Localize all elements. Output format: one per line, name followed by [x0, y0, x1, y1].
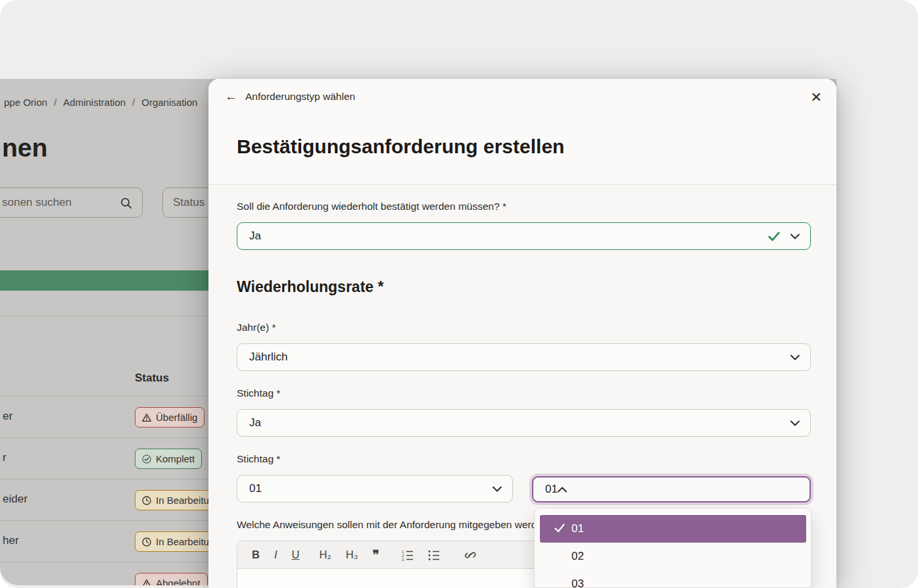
- person-name: r: [3, 451, 7, 464]
- close-icon[interactable]: ✕: [810, 89, 822, 105]
- deadline2-day-select[interactable]: 01: [237, 475, 513, 502]
- chevron-down-icon: [790, 355, 800, 360]
- search-input[interactable]: sonen suchen: [0, 187, 143, 218]
- link-button[interactable]: [464, 549, 476, 561]
- option-label: 01: [571, 522, 584, 535]
- years-value: Jährlich: [249, 351, 288, 364]
- check-seal-icon: [141, 454, 152, 464]
- deadline1-label: Stichtag *: [237, 387, 280, 399]
- years-select[interactable]: Jährlich: [237, 343, 811, 371]
- link-icon: [464, 549, 476, 561]
- page-title: nen: [2, 134, 47, 162]
- back-arrow-icon: ←: [225, 90, 237, 103]
- back-button[interactable]: ← Anforderungstyp wählen: [225, 90, 355, 103]
- dropdown-option[interactable]: 02: [540, 543, 806, 570]
- warning-icon: [141, 578, 152, 586]
- deadline2-label: Stichtag *: [237, 453, 280, 465]
- repeat-question-value: Ja: [249, 230, 261, 243]
- breadcrumb-item[interactable]: ppe Orion: [4, 97, 47, 108]
- status-column-header: Status: [135, 372, 169, 385]
- breadcrumb: ppe Orion / Administration / Organisatio…: [4, 97, 197, 108]
- deadline1-value: Ja: [249, 416, 261, 429]
- chevron-up-icon: [558, 487, 567, 493]
- option-label: 03: [571, 577, 584, 588]
- combobox-value: 01: [545, 483, 558, 496]
- valid-check-icon: [767, 229, 781, 243]
- back-button-label: Anforderungstyp wählen: [245, 91, 355, 103]
- deadline2-day-value: 01: [249, 482, 262, 495]
- years-label: Jahr(e) *: [237, 322, 276, 333]
- bullet-list-button[interactable]: [428, 549, 440, 561]
- search-placeholder: sonen suchen: [2, 196, 72, 209]
- bullet-list-icon: [428, 549, 440, 561]
- status-badge: Abgelehnt: [135, 573, 208, 585]
- create-confirmation-dialog: ← Anforderungstyp wählen ✕ Bestätigungsa…: [208, 79, 836, 588]
- day-options-dropdown: 01 02 03: [534, 508, 811, 588]
- clock-icon: [141, 495, 152, 506]
- breadcrumb-separator: /: [132, 97, 135, 108]
- heading3-button[interactable]: H₃: [346, 549, 358, 561]
- repeat-question-label: Soll die Anforderung wiederholt bestätig…: [237, 201, 506, 212]
- ordered-list-icon: 123: [402, 549, 414, 561]
- rate-section-heading: Wiederholungsrate *: [237, 278, 383, 296]
- option-label: 02: [571, 550, 584, 563]
- chevron-down-icon: [790, 233, 800, 239]
- italic-button[interactable]: I: [274, 549, 278, 561]
- dropdown-option-selected[interactable]: 01: [540, 515, 806, 543]
- status-badge-label: Überfällig: [156, 412, 197, 423]
- dialog-title: Bestätigungsanforderung erstellen: [237, 135, 564, 158]
- status-badge: Komplett: [135, 449, 202, 469]
- status-badge-label: Abgelehnt: [156, 577, 201, 585]
- breadcrumb-item[interactable]: Administration: [63, 97, 126, 108]
- breadcrumb-item[interactable]: Organisation: [141, 97, 197, 108]
- search-icon: [120, 197, 133, 210]
- selected-check-icon: [554, 524, 565, 533]
- breadcrumb-separator: /: [54, 97, 57, 108]
- svg-text:3: 3: [402, 557, 404, 561]
- blockquote-button[interactable]: ❞: [372, 547, 377, 562]
- deadline1-select[interactable]: Ja: [237, 409, 811, 437]
- repeat-question-select[interactable]: Ja: [237, 222, 811, 250]
- chevron-down-icon: [493, 486, 502, 492]
- status-filter-label: Status: [173, 196, 205, 209]
- person-name: er: [3, 410, 12, 423]
- person-name: her: [3, 534, 19, 547]
- status-badge: Überfällig: [135, 407, 205, 428]
- instructions-label: Welche Anweisungen sollen mit der Anford…: [237, 519, 561, 531]
- deadline2-day-combobox[interactable]: 01: [532, 476, 811, 502]
- dropdown-option[interactable]: 03: [540, 570, 806, 588]
- status-badge-label: Komplett: [156, 453, 195, 464]
- chevron-down-icon: [790, 420, 800, 426]
- warning-icon: [141, 412, 152, 423]
- underline-button[interactable]: U: [292, 549, 300, 561]
- ordered-list-button[interactable]: 123: [402, 549, 414, 561]
- screenshot-canvas: ppe Orion / Administration / Organisatio…: [0, 0, 918, 588]
- bold-button[interactable]: B: [252, 549, 260, 561]
- dialog-header: ← Anforderungstyp wählen ✕ Bestätigungsa…: [208, 79, 836, 185]
- clock-icon: [141, 537, 152, 547]
- person-name: eider: [3, 493, 28, 506]
- heading2-button[interactable]: H₂: [319, 549, 331, 561]
